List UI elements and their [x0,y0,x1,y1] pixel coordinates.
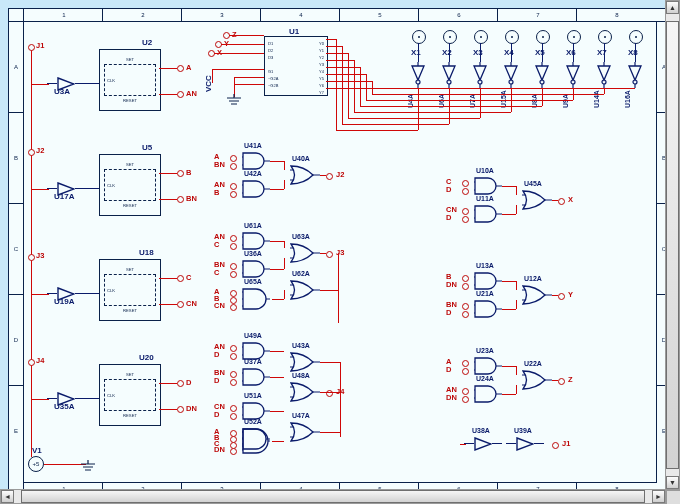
net-label: AN [186,89,197,98]
wire [342,124,449,125]
ruler-tick: C [9,203,23,294]
wire [284,290,285,299]
wire [338,253,339,323]
scroll-left-button[interactable]: ◄ [1,490,14,503]
connector-x5 [536,30,550,44]
ruler-tick: B [9,112,23,203]
port [230,405,237,412]
wire [348,53,349,118]
port [230,448,237,455]
net-label: DN [214,445,225,454]
ref-label: X1 [411,48,421,57]
wire [159,383,177,384]
port [462,275,469,282]
ref-label: U65A [244,278,262,285]
wire [502,214,516,215]
ruler-tick: E [9,385,23,476]
wire [378,88,635,89]
port [462,180,469,187]
wire [366,100,573,101]
wire [284,258,285,269]
wire [516,300,517,309]
net-label: J1 [562,439,570,448]
svg-point-22 [633,80,637,84]
wire [326,74,366,75]
wire [270,269,284,270]
ground-icon [79,458,97,470]
chip-u1: D1Y0 D2Y1 D3Y2 Y3 G1Y4 ~G2AY5 ~G2BY6 Y7 [264,36,328,96]
port-c [177,275,184,282]
wire [85,398,99,399]
ref-u1: U1 [289,27,299,36]
ref-label: U13A [476,262,494,269]
port [230,263,237,270]
wire [360,106,542,107]
port [558,198,565,205]
ruler-tick: 6 [418,9,499,21]
scroll-down-button[interactable]: ▼ [666,476,679,489]
horizontal-scrollbar[interactable]: ◄ ► [0,489,666,504]
port [230,235,237,242]
net-label: C [186,273,191,282]
ref-label: U49A [244,332,262,339]
net-label: D [214,410,219,419]
flipflop-u18: SETCLKRESET [99,259,161,321]
ref-ff: U18 [139,248,154,257]
wire [270,189,284,190]
scroll-thumb[interactable] [21,490,645,503]
vertical-scrollbar[interactable]: ▲ ▼ [665,0,680,490]
wire [272,441,284,442]
wire [502,309,516,310]
connector-x8 [629,30,643,44]
wire [31,47,32,457]
port [552,442,559,449]
wire [229,35,264,36]
ref-label: U16A [624,90,631,108]
net-label: Y [568,290,573,299]
wire [320,432,340,433]
wire [326,53,348,54]
scroll-up-button[interactable]: ▲ [666,1,679,14]
ref-label: U61A [244,222,262,229]
wire [460,444,466,445]
inverter-u15a [503,62,519,88]
or-gate [522,190,552,210]
ruler-tick: A [9,21,23,112]
ref-ff: U5 [142,143,152,152]
wire [516,186,517,195]
wire [284,241,285,248]
port [462,311,469,318]
wire [502,186,516,187]
ref-label: U22A [524,360,542,367]
port [230,183,237,190]
or-gate [522,285,552,305]
wire [270,377,284,378]
net-label: J3 [36,251,44,260]
port-j4 [28,359,35,366]
wire [212,69,264,70]
net-label: BN [214,160,225,169]
connector-x4 [505,30,519,44]
wire [234,84,264,85]
port-j2 [28,149,35,156]
wire [480,43,481,62]
wire [502,366,516,367]
port [230,371,237,378]
wire [31,294,49,295]
or-gate [290,382,320,402]
scroll-thumb[interactable] [666,21,679,469]
ref-label: X5 [535,48,545,57]
port-b [177,170,184,177]
ref-label: U62A [292,270,310,277]
wire [502,281,516,282]
wire [552,380,558,381]
wire [85,188,99,189]
wire [348,118,480,119]
wire [320,175,326,176]
or-gate [290,243,320,263]
ref-label: U21A [476,290,494,297]
port [462,188,469,195]
wire [31,84,49,85]
scroll-right-button[interactable]: ► [652,490,665,503]
port [230,155,237,162]
